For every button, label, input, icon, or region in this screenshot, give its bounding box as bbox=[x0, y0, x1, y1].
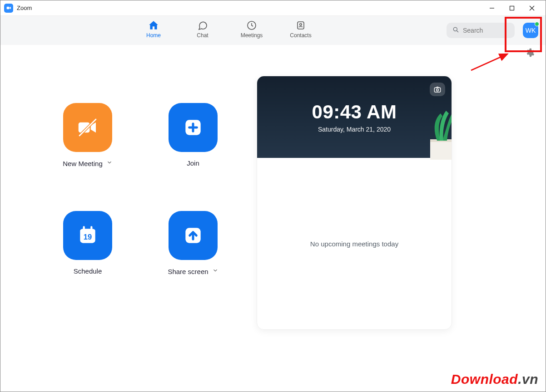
search-box[interactable] bbox=[447, 23, 515, 38]
profile-avatar[interactable]: WK bbox=[523, 23, 538, 38]
nav-tabs: Home Chat Meetings Contacts bbox=[140, 16, 314, 45]
svg-rect-0 bbox=[6, 7, 9, 9]
calendar-icon: 19 bbox=[76, 224, 99, 247]
hero-banner: 09:43 AM Saturday, March 21, 2020 bbox=[257, 76, 452, 158]
svg-rect-2 bbox=[510, 6, 514, 10]
search-icon bbox=[452, 26, 459, 35]
chevron-down-icon[interactable] bbox=[212, 267, 218, 275]
titlebar: Zoom bbox=[0, 0, 546, 16]
action-new-meeting: New Meeting bbox=[50, 103, 126, 167]
avatar-initials: WK bbox=[526, 27, 536, 34]
tab-chat[interactable]: Chat bbox=[189, 20, 216, 39]
schedule-button[interactable]: 19 bbox=[63, 211, 112, 260]
window-controls bbox=[482, 1, 542, 15]
contacts-icon bbox=[295, 20, 307, 31]
svg-rect-24 bbox=[430, 139, 452, 160]
svg-line-9 bbox=[457, 31, 458, 32]
info-panel: 09:43 AM Saturday, March 21, 2020 No upc… bbox=[257, 76, 524, 392]
tab-label: Meetings bbox=[241, 32, 263, 39]
chevron-down-icon[interactable] bbox=[106, 159, 113, 167]
svg-rect-22 bbox=[434, 88, 441, 92]
minimize-button[interactable] bbox=[482, 1, 502, 15]
plus-icon bbox=[182, 116, 204, 139]
join-button[interactable] bbox=[169, 103, 218, 152]
titlebar-left: Zoom bbox=[4, 4, 32, 13]
meetings-empty-state: No upcoming meetings today bbox=[257, 158, 452, 329]
change-background-button[interactable] bbox=[430, 83, 445, 96]
tab-meetings[interactable]: Meetings bbox=[238, 20, 265, 39]
video-off-icon bbox=[75, 115, 100, 140]
new-meeting-button[interactable] bbox=[63, 103, 112, 152]
presence-dot-icon bbox=[535, 22, 539, 26]
tab-home[interactable]: Home bbox=[140, 20, 167, 39]
clock-time: 09:43 AM bbox=[312, 101, 397, 123]
clock-date: Saturday, March 21, 2020 bbox=[318, 126, 391, 133]
info-card: 09:43 AM Saturday, March 21, 2020 No upc… bbox=[257, 76, 452, 330]
maximize-button[interactable] bbox=[502, 1, 522, 15]
action-label: New Meeting bbox=[63, 160, 103, 167]
action-label: Schedule bbox=[74, 267, 102, 275]
svg-text:19: 19 bbox=[84, 233, 92, 241]
avatar-wrap: WK bbox=[523, 23, 538, 38]
svg-rect-17 bbox=[80, 229, 95, 232]
camera-icon bbox=[433, 85, 442, 93]
svg-point-23 bbox=[437, 89, 439, 91]
watermark: Download.vn bbox=[451, 372, 538, 387]
gear-row bbox=[0, 45, 546, 58]
tab-label: Home bbox=[146, 32, 161, 39]
clock-icon bbox=[246, 20, 258, 31]
tab-label: Chat bbox=[197, 32, 208, 39]
search-input[interactable] bbox=[463, 27, 509, 34]
app-icon bbox=[4, 4, 13, 13]
close-button[interactable] bbox=[522, 1, 542, 15]
action-schedule: 19 Schedule bbox=[50, 211, 126, 275]
watermark-suffix: .vn bbox=[518, 372, 538, 387]
svg-point-8 bbox=[453, 27, 457, 31]
empty-state-text: No upcoming meetings today bbox=[310, 240, 398, 248]
chat-icon bbox=[197, 20, 208, 31]
actions-panel: New Meeting J bbox=[22, 76, 231, 392]
app-title: Zoom bbox=[17, 5, 32, 11]
navbar: Home Chat Meetings Contacts bbox=[0, 16, 546, 45]
share-screen-button[interactable] bbox=[169, 211, 218, 260]
action-label: Join bbox=[187, 159, 199, 167]
plant-illustration bbox=[405, 101, 452, 160]
home-icon bbox=[148, 20, 159, 31]
action-join: Join bbox=[155, 103, 231, 167]
tab-label: Contacts bbox=[290, 32, 311, 39]
svg-point-7 bbox=[300, 24, 302, 25]
watermark-main: Download bbox=[451, 372, 518, 387]
action-share-screen: Share screen bbox=[155, 211, 231, 275]
app-window: Zoom Home Chat bbox=[0, 0, 546, 392]
tab-contacts[interactable]: Contacts bbox=[287, 20, 314, 39]
settings-button[interactable] bbox=[525, 48, 535, 58]
share-arrow-icon bbox=[182, 224, 204, 247]
action-label: Share screen bbox=[168, 268, 208, 275]
gear-icon bbox=[525, 48, 535, 58]
main-content: New Meeting J bbox=[0, 58, 546, 392]
